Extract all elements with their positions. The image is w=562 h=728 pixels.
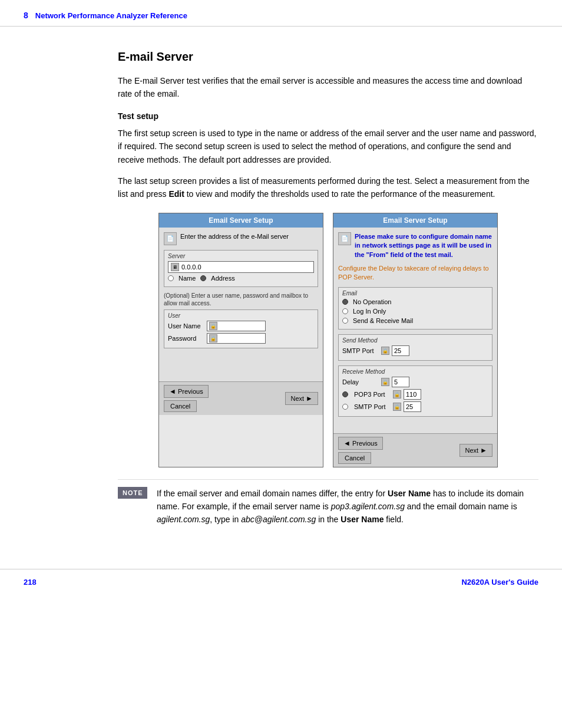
- radio-name-circle: [168, 275, 174, 281]
- note-domain-name: agilent.com.sg: [157, 515, 210, 524]
- left-cancel-label: Cancel: [170, 403, 190, 410]
- footer-guide-title: N2620A User's Guide: [461, 578, 538, 587]
- radio-no-op-label: No Operation: [353, 298, 391, 305]
- delay-icon: 🔒: [381, 378, 389, 386]
- user-group: User User Name 🔒 Password 🔒: [164, 309, 318, 348]
- no-op-row: No Operation: [342, 298, 488, 305]
- password-row: Password 🔒: [168, 333, 314, 344]
- pop3-port-row: POP3 Port 🔒 110: [342, 389, 488, 400]
- smtp-port-input-group: 🔒 25: [381, 345, 409, 356]
- username-icon: 🔒: [209, 322, 217, 330]
- radio-name-row: Name Address: [168, 275, 314, 282]
- radio-address-label: Address: [211, 275, 234, 282]
- radio-send-recv-label: Send & Receive Mail: [353, 317, 413, 324]
- right-prev-arrow-icon: ◄: [343, 439, 351, 447]
- optional-text: (Optional) Enter a user name, password a…: [164, 292, 318, 307]
- left-prev-arrow-icon: ◄: [169, 387, 176, 396]
- page-footer: 218 N2620A User's Guide: [0, 569, 562, 595]
- radio-name-label: Name: [178, 275, 196, 282]
- right-cancel-label: Cancel: [345, 454, 365, 462]
- header-page-number: 8: [24, 11, 28, 20]
- left-info-row: 📄 Enter the address of the e-Mail server: [164, 232, 318, 245]
- right-nav-top: ◄ Previous Cancel: [338, 437, 383, 464]
- screenshot-right: Email Server Setup 📄 Please make sure to…: [333, 213, 498, 467]
- right-previous-button[interactable]: ◄ Previous: [338, 437, 383, 450]
- left-next-button[interactable]: Next ►: [285, 392, 318, 405]
- left-doc-icon: 📄: [164, 232, 177, 245]
- server-group: Server 🖥 0.0.0.0 Name Address: [164, 250, 318, 287]
- para1: The first setup screen is used to type i…: [118, 127, 538, 166]
- right-cancel-button[interactable]: Cancel: [338, 452, 371, 464]
- left-nav: ◄ Previous Cancel Next ►: [159, 381, 323, 415]
- email-label: Email: [342, 290, 488, 297]
- receive-method-group: Receive Method Delay 🔒 5 POP3 Port: [338, 365, 492, 417]
- password-icon: 🔒: [209, 334, 217, 342]
- note-username-bold1: User Name: [388, 489, 431, 498]
- pop3-port-input-group: 🔒 110: [393, 389, 421, 400]
- right-nav: ◄ Previous Cancel Next ►: [333, 433, 497, 467]
- delay-row: Delay 🔒 5: [342, 377, 488, 387]
- pop3-port-label: POP3 Port: [354, 391, 389, 398]
- pop3-port-input[interactable]: 110: [404, 389, 421, 400]
- smtp-port2-input[interactable]: 25: [404, 401, 421, 412]
- password-label: Password: [168, 335, 203, 342]
- left-cancel-button[interactable]: Cancel: [164, 400, 197, 412]
- username-input[interactable]: 🔒: [207, 321, 266, 331]
- delay-value: 5: [394, 378, 398, 386]
- right-cancel-row: Cancel: [338, 452, 383, 464]
- server-input: 🖥 0.0.0.0: [168, 261, 314, 273]
- right-next-arrow-icon: ►: [480, 446, 487, 454]
- screenshot-right-header: Email Server Setup: [333, 213, 497, 228]
- server-field-icon: 🖥: [171, 263, 179, 271]
- radio-pop3-circle: [342, 391, 348, 397]
- radio-address-circle: [200, 275, 206, 281]
- server-value: 0.0.0.0: [181, 263, 201, 271]
- subsection-title: Test setup: [118, 111, 538, 121]
- radio-login-circle: [342, 308, 348, 314]
- left-info-text: Enter the address of the e-Mail server: [180, 232, 289, 241]
- delay-input[interactable]: 5: [392, 377, 409, 387]
- radio-send-recv-circle: [342, 318, 348, 324]
- note-server-name: pop3.agilent.com.sg: [331, 502, 405, 511]
- note-example-email: abc@agilent.com.sg: [241, 515, 316, 524]
- note-label: NOTE: [118, 487, 147, 499]
- pop3-port-icon: 🔒: [393, 390, 401, 398]
- send-method-label: Send Method: [342, 337, 488, 344]
- left-nav-top: ◄ Previous Cancel: [164, 385, 209, 412]
- send-recv-row: Send & Receive Mail: [342, 317, 488, 324]
- smtp-port2-icon: 🔒: [393, 403, 401, 411]
- smtp-port-label: SMTP Port: [342, 347, 378, 354]
- screenshot-left: Email Server Setup 📄 Enter the address o…: [158, 213, 323, 467]
- screenshot-left-body: 📄 Enter the address of the e-Mail server…: [159, 228, 323, 381]
- delay-input-group: 🔒 5: [381, 377, 409, 387]
- right-doc-icon: 📄: [338, 232, 351, 245]
- right-info-row: 📄 Please make sure to configure domain n…: [338, 232, 492, 259]
- smtp-port-value: 25: [394, 347, 401, 354]
- page-header: 8 Network Performance Analyzer Reference: [0, 0, 562, 27]
- left-next-label: Next: [290, 395, 304, 402]
- smtp-port-icon: 🔒: [381, 347, 389, 355]
- left-next-arrow-icon: ►: [306, 394, 313, 403]
- smtp-port2-value: 25: [406, 403, 413, 410]
- right-next-button[interactable]: Next ►: [459, 444, 492, 457]
- radio-no-op-circle: [342, 299, 348, 305]
- right-orange-text: Configure the Delay to takecare of relay…: [338, 264, 492, 282]
- receive-method-label: Receive Method: [342, 368, 488, 375]
- username-row: User Name 🔒: [168, 321, 314, 331]
- smtp-port-input[interactable]: 25: [392, 345, 409, 356]
- smtp-port-row: SMTP Port 🔒 25: [342, 345, 488, 356]
- note-username-bold2: User Name: [340, 515, 384, 524]
- intro-paragraph: The E-mail Server test verifies that the…: [118, 74, 538, 101]
- footer-page-number: 218: [24, 578, 37, 587]
- pop3-port-value: 110: [406, 391, 416, 398]
- left-previous-button[interactable]: ◄ Previous: [164, 385, 209, 398]
- para2: The last setup screen provides a list of…: [118, 174, 538, 201]
- section-title: E-mail Server: [118, 50, 538, 64]
- left-cancel-row: Cancel: [164, 400, 209, 412]
- login-row: Log In Only: [342, 308, 488, 315]
- server-label: Server: [168, 253, 314, 259]
- delay-label: Delay: [342, 378, 378, 386]
- screenshots-row: Email Server Setup 📄 Enter the address o…: [118, 213, 538, 467]
- note-box: NOTE If the email server and email domai…: [118, 479, 538, 533]
- password-input[interactable]: 🔒: [207, 333, 266, 344]
